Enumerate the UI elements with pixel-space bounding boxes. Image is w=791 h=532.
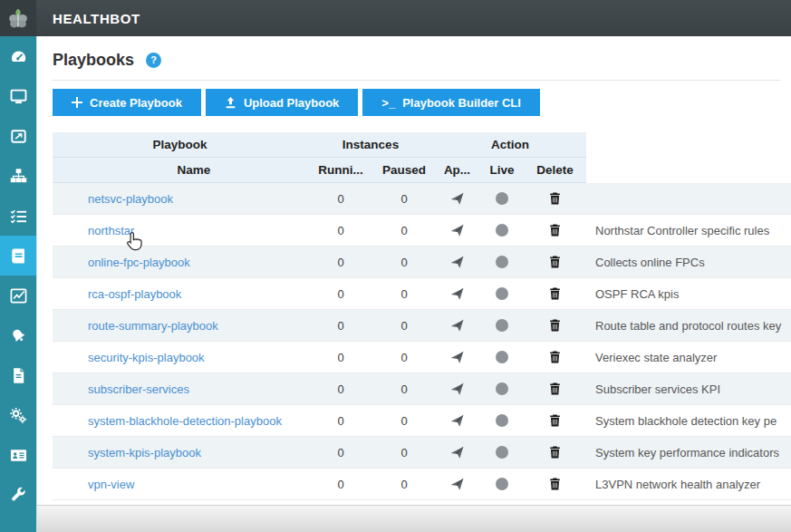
apply-playbook-icon[interactable] <box>449 286 465 302</box>
top-bar: HEALTHBOT <box>0 0 791 36</box>
playbook-name-link[interactable]: security-kpis-playbook <box>81 351 205 364</box>
toolbar: Create Playbook Upload Playbook >_ Playb… <box>37 81 791 116</box>
delete-playbook-icon[interactable] <box>548 223 562 237</box>
document-icon <box>10 367 27 384</box>
sidebar-item-tools[interactable] <box>0 475 36 515</box>
delete-playbook-icon[interactable] <box>548 350 562 364</box>
row-description <box>586 183 791 214</box>
row-description: Collects online FPCs <box>586 247 791 277</box>
column-header-delete[interactable]: Delete <box>524 158 586 183</box>
live-status-icon[interactable] <box>496 414 508 427</box>
app-title: HEALTHBOT <box>36 11 140 26</box>
playbook-name-link[interactable]: northstar <box>81 224 134 237</box>
sidebar-item-device-group[interactable] <box>0 116 36 156</box>
apply-playbook-icon[interactable] <box>449 350 465 365</box>
column-header-name[interactable]: Name <box>81 158 307 183</box>
paused-count: 0 <box>374 373 434 404</box>
live-status-icon[interactable] <box>496 256 508 268</box>
table-group-header-row: Playbook Instances Action <box>53 132 791 158</box>
playbook-name-link[interactable]: system-blackhole-detection-playbook <box>81 414 282 428</box>
apply-playbook-icon[interactable] <box>449 382 465 397</box>
live-status-icon[interactable] <box>496 478 508 490</box>
apply-playbook-icon[interactable] <box>449 445 465 460</box>
sidebar-item-playbooks[interactable] <box>0 236 36 276</box>
playbook-name-link[interactable]: vpn-view <box>81 478 134 491</box>
playbook-name-link[interactable]: system-kpis-playbook <box>81 446 201 459</box>
gauge-icon <box>10 48 27 65</box>
gears-icon <box>10 407 27 424</box>
delete-playbook-icon[interactable] <box>548 382 562 396</box>
column-header-running[interactable]: Runni... <box>307 158 374 183</box>
apply-playbook-icon[interactable] <box>449 255 465 270</box>
table-row: system-kpis-playbook 0 0 Sy <box>53 437 791 469</box>
running-count: 0 <box>307 342 374 372</box>
live-status-icon[interactable] <box>496 446 508 459</box>
delete-playbook-icon[interactable] <box>548 286 562 301</box>
footer-strip <box>37 505 791 532</box>
book-icon <box>10 247 27 265</box>
table-column-header-row: Name Runni... Paused Ap... Live Delete <box>53 158 791 183</box>
paused-count: 0 <box>374 183 434 214</box>
row-description: System key performance indicators <box>586 437 791 468</box>
monitor-icon <box>10 88 27 105</box>
live-status-icon[interactable] <box>496 224 508 237</box>
playbook-name-link[interactable]: subscriber-services <box>81 382 189 396</box>
table-row: netsvc-playbook 0 0 <box>53 183 791 215</box>
table-row: northstar 0 0 Northstar Con <box>53 215 791 247</box>
row-description: Northstar Controller specific rules <box>586 215 791 246</box>
upload-playbook-button[interactable]: Upload Playbook <box>206 89 358 116</box>
playbook-name-link[interactable]: netsvc-playbook <box>81 192 173 206</box>
column-header-live[interactable]: Live <box>480 158 524 183</box>
create-playbook-label: Create Playbook <box>90 96 182 110</box>
sidebar-item-graphs[interactable] <box>0 276 36 315</box>
apply-playbook-icon[interactable] <box>449 477 465 492</box>
paused-count: 0 <box>374 405 434 436</box>
chart-line-icon <box>10 287 27 305</box>
sidebar-item-reports[interactable] <box>0 355 36 395</box>
main-content: Playbooks ? Create Playbook Upload Playb… <box>36 36 791 532</box>
apply-playbook-icon[interactable] <box>449 223 465 238</box>
delete-playbook-icon[interactable] <box>548 445 562 459</box>
checklist-icon <box>10 208 27 225</box>
delete-playbook-icon[interactable] <box>548 318 562 333</box>
sidebar-item-rules[interactable] <box>0 196 36 236</box>
paused-count: 0 <box>374 278 434 309</box>
terminal-icon: >_ <box>381 96 395 110</box>
healthbot-logo[interactable] <box>0 0 36 36</box>
live-status-icon[interactable] <box>496 351 508 363</box>
sidebar-item-devices[interactable] <box>0 76 36 116</box>
live-status-icon[interactable] <box>496 192 508 205</box>
delete-playbook-icon[interactable] <box>548 191 562 206</box>
sidebar-item-administration[interactable] <box>0 435 36 475</box>
paused-count: 0 <box>374 437 434 468</box>
sidebar-item-network[interactable] <box>0 156 36 196</box>
live-status-icon[interactable] <box>496 287 508 300</box>
live-status-icon[interactable] <box>496 382 508 395</box>
playbook-name-link[interactable]: rca-ospf-playbook <box>81 287 181 301</box>
help-icon[interactable]: ? <box>146 53 161 68</box>
apply-playbook-icon[interactable] <box>449 413 465 429</box>
playbook-name-link[interactable]: online-fpc-playbook <box>81 256 190 269</box>
apply-playbook-icon[interactable] <box>449 191 465 207</box>
column-header-apply[interactable]: Ap... <box>434 158 480 183</box>
create-playbook-button[interactable]: Create Playbook <box>53 89 201 116</box>
apply-playbook-icon[interactable] <box>449 318 465 334</box>
live-status-icon[interactable] <box>496 319 508 332</box>
playbooks-table: Playbook Instances Action Name Runni... … <box>53 132 791 500</box>
bell-icon <box>10 327 27 344</box>
sidebar-item-dashboard[interactable] <box>0 36 36 76</box>
running-count: 0 <box>307 437 374 468</box>
delete-playbook-icon[interactable] <box>548 477 562 491</box>
playbook-builder-cli-label: Playbook Builder CLI <box>402 96 521 110</box>
sidebar-item-settings[interactable] <box>0 395 36 435</box>
sidebar-item-alarms[interactable] <box>0 315 36 355</box>
delete-playbook-icon[interactable] <box>548 413 562 428</box>
column-header-paused[interactable]: Paused <box>374 158 434 183</box>
delete-playbook-icon[interactable] <box>548 255 562 269</box>
table-row: online-fpc-playbook 0 0 Col <box>53 247 791 278</box>
row-description: Veriexec state analyzer <box>586 342 791 372</box>
paused-count: 0 <box>374 247 434 277</box>
playbook-name-link[interactable]: route-summary-playbook <box>81 319 218 333</box>
page-title: Playbooks <box>53 51 134 70</box>
playbook-builder-cli-button[interactable]: >_ Playbook Builder CLI <box>362 89 540 116</box>
